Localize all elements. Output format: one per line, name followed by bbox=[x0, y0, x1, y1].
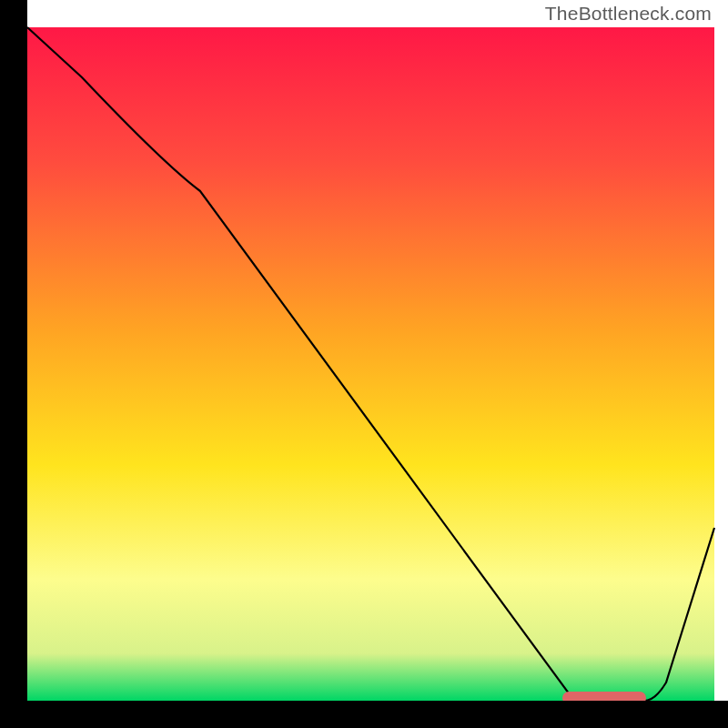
svg-rect-1 bbox=[0, 701, 728, 728]
plot-area bbox=[27, 27, 714, 704]
svg-rect-0 bbox=[0, 0, 27, 728]
watermark-text: TheBottleneck.com bbox=[545, 3, 712, 25]
bottleneck-chart bbox=[0, 0, 728, 728]
